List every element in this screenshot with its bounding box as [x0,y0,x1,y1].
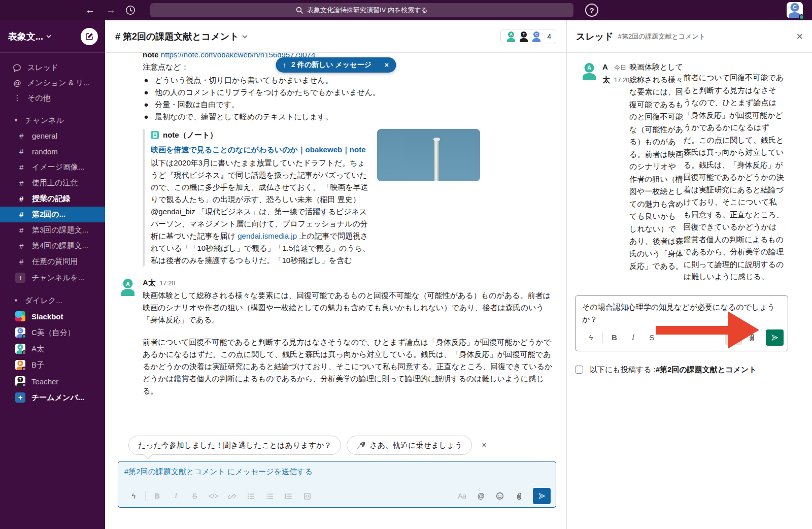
thread-panel: スレッド #第2回の課題文献とコメント × A A太 今日 17:20 映画体験… [567,20,812,529]
user-avatar[interactable]: C [787,2,803,18]
message-composer[interactable]: #第2回の課題文献とコメント にメッセージを送信する ϟ B I S </> [118,461,556,508]
sidebar-channel-images[interactable]: #イメージ画像... [0,159,105,175]
suggestion-pill-2[interactable]: さあ、軌道に乗せましょう [347,436,472,455]
bold-button[interactable]: B [605,333,624,342]
workspace-name: 表象文... [8,30,43,43]
blockquote-button[interactable] [279,492,298,500]
unfurl-title-link[interactable]: 映画を倍速で見ることのなにがわるいのか｜obakeweb｜note [151,143,370,156]
avatar: A [15,344,25,354]
compose-button[interactable] [81,28,98,45]
avatar[interactable]: A [580,62,598,80]
channel-title[interactable]: # 第2回の課題文献とコメント [115,30,239,43]
also-send-row: 以下にも投稿する :#第2回の課題文献とコメント [575,365,804,375]
mention-button[interactable]: @ [471,492,490,500]
dm-teacher[interactable]: T Teacher [0,373,105,389]
send-button[interactable] [533,488,551,504]
section-caret-icon: ▼ [14,298,18,303]
avatar: T [15,376,25,386]
shortcut-bolt-icon[interactable]: ϟ [582,333,600,342]
attach-paperclip-icon[interactable] [509,492,528,500]
strikethrough-button[interactable]: S [185,492,204,500]
close-thread-icon[interactable]: × [796,30,803,43]
bulleted-list-button[interactable] [260,492,279,500]
help-button[interactable]: ? [585,4,598,17]
unfurl-service-name: note（ノート） [163,129,217,141]
message-paragraph: 映画体験として総称される様々な要素には、回復可能であるものと回復不可能な（可能性… [629,61,684,283]
plus-icon: + [15,273,25,283]
search-input[interactable]: 表象文化論特殊研究演習IV 内を検索する [150,3,573,17]
sidebar-channel-class-records[interactable]: #授業の記録 [0,191,105,207]
presence-dot [799,14,804,20]
thread-title: スレッド [576,30,614,43]
sidebar: 表象文... スレッド @ [0,20,105,529]
gendai-link[interactable]: gendai.ismedia.jp [238,232,297,240]
italic-button[interactable]: I [624,333,642,342]
show-formatting-button[interactable]: Aa [453,492,471,500]
also-send-channel[interactable]: #第2回の課題文献とコメント [656,365,757,374]
unfurl-thumbnail-image[interactable] [377,129,480,181]
code-button[interactable]: </> [204,492,223,500]
sidebar-item-mentions[interactable]: @ メンション & リ... [0,75,105,90]
sidebar-channel-session3[interactable]: #第3回の課題文... [0,222,105,238]
show-formatting-button[interactable]: Aa [725,330,742,345]
thread-channel-name[interactable]: #第2回の課題文献とコメント [618,32,705,41]
reply-input[interactable]: その場合認知心理学の知見などが必要になるのでしょうか？ [576,296,788,327]
unfurl-accent-bar [143,129,145,267]
member-avatar: T [518,31,529,42]
add-channel-button[interactable]: + チャンネルを... [0,270,105,286]
sidebar-channel-usage-notes[interactable]: #使用上の注意 [0,175,105,191]
message-timestamp[interactable]: 17:20 [160,277,175,289]
history-clock-icon[interactable] [125,5,136,16]
thread-reply-composer[interactable]: その場合認知心理学の知見などが必要になるのでしょうか？ ϟ B I S Aa [575,295,788,351]
member-avatar: A [505,31,517,42]
ordered-list-button[interactable] [242,492,260,500]
channels-section-header[interactable]: ▼ チャンネル [0,113,105,128]
bold-button[interactable]: B [148,492,166,500]
attach-paperclip-icon[interactable] [742,333,761,342]
message-input-placeholder[interactable]: #第2回の課題文献とコメント にメッセージを送信する [118,461,556,487]
history-back-button[interactable]: ← [85,5,95,16]
dm-slackbot[interactable]: Slackbot [0,308,105,324]
message-a-ta: A A太 17:20 映画体験として総称される様々な要素には、回復可能であるもの… [105,277,566,397]
sidebar-channel-session4[interactable]: #第4回の課題文... [0,238,105,254]
message-author[interactable]: A太 [602,61,610,86]
send-reply-button[interactable] [766,329,784,346]
new-messages-banner[interactable]: ↑ 2 件の新しい メッセージ × [276,57,396,73]
tower-photo [434,140,439,181]
dm-self[interactable]: C C美（自分） [0,324,105,341]
message-author[interactable]: A太 [143,277,156,289]
link-button[interactable] [223,492,242,500]
code-block-button[interactable] [298,492,317,500]
sidebar-channel-questions[interactable]: #任意の質問用 [0,254,105,270]
member-count-button[interactable]: A T C 4 [500,29,556,44]
list-item: ●どういう視点・切り口から書いてもかまいません。 [143,74,554,86]
also-send-checkbox[interactable] [575,366,583,374]
sidebar-channel-random[interactable]: #random [0,144,105,159]
dm-section-header[interactable]: ▼ ダイレク... [0,293,105,308]
slackbot-avatar [15,311,25,321]
history-forward-button[interactable]: → [106,5,116,16]
member-count: 4 [547,32,551,41]
avatar[interactable]: A [119,278,137,296]
workspace-header[interactable]: 表象文... [0,20,105,53]
message-paragraph: 前者について回復不可能であると判断する見方はなさそうなので、ひとまず論点は「身体… [143,336,554,397]
close-icon[interactable]: × [385,61,389,69]
sidebar-item-more[interactable]: ⋮ その他 [0,90,105,106]
strikethrough-button[interactable]: S [642,333,661,342]
shortcut-bolt-icon[interactable]: ϟ [124,492,143,500]
sidebar-item-threads[interactable]: スレッド [0,60,105,75]
dismiss-suggestions-icon[interactable]: × [482,441,486,450]
suggestion-pill-1[interactable]: たった今参加しました！聞き逃したことはありますか？ [128,436,341,455]
dm-a-ta[interactable]: A A太 [0,341,105,357]
invite-members-button[interactable]: + チームメンバ... [0,389,105,406]
italic-button[interactable]: I [166,492,185,500]
arrow-up-icon: ↑ [283,61,286,69]
emoji-button[interactable] [490,492,509,500]
message-timestamp[interactable]: 今日 17:20 [614,61,629,86]
dm-b-ko[interactable]: B B子 [0,357,105,373]
sidebar-channel-general[interactable]: #general [0,128,105,144]
sidebar-channel-session2-selected[interactable]: #第2回の... [0,207,105,222]
sidebar-item-label: その他 [27,93,51,103]
search-icon [296,7,303,14]
thread-root-message: A A太 今日 17:20 映画体験として総称される様々な要素には、回復可能であ… [567,53,812,283]
